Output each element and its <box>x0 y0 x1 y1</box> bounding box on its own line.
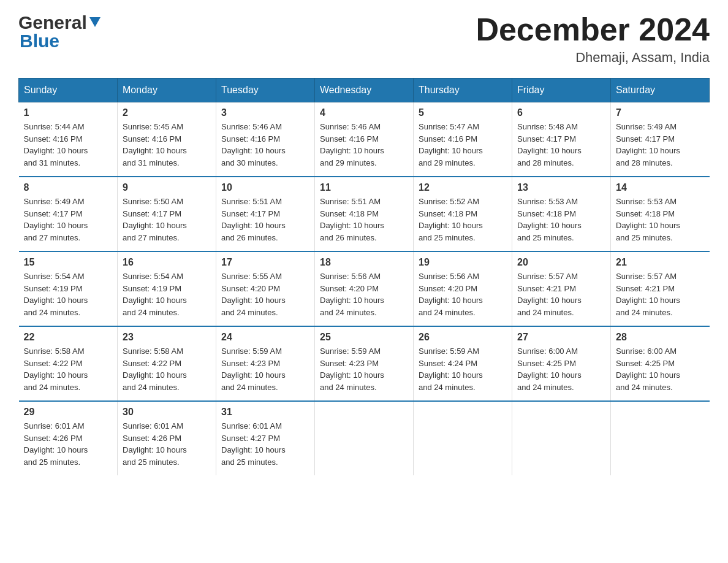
day-info: Sunrise: 5:44 AM Sunset: 4:16 PM Dayligh… <box>24 121 113 169</box>
table-row: 13 Sunrise: 5:53 AM Sunset: 4:18 PM Dayl… <box>512 177 611 251</box>
day-info: Sunrise: 5:54 AM Sunset: 4:19 PM Dayligh… <box>123 270 211 318</box>
day-number: 18 <box>320 257 408 268</box>
day-number: 29 <box>24 407 113 418</box>
day-number: 13 <box>517 182 605 193</box>
table-row: 3 Sunrise: 5:46 AM Sunset: 4:16 PM Dayli… <box>216 102 315 177</box>
svg-marker-0 <box>89 17 100 27</box>
day-info: Sunrise: 5:59 AM Sunset: 4:23 PM Dayligh… <box>221 345 309 393</box>
table-row: 28 Sunrise: 6:00 AM Sunset: 4:25 PM Dayl… <box>611 326 710 401</box>
table-row: 15 Sunrise: 5:54 AM Sunset: 4:19 PM Dayl… <box>19 251 118 326</box>
day-info: Sunrise: 5:45 AM Sunset: 4:16 PM Dayligh… <box>123 121 211 169</box>
calendar-body: 1 Sunrise: 5:44 AM Sunset: 4:16 PM Dayli… <box>19 102 710 476</box>
table-row: 5 Sunrise: 5:47 AM Sunset: 4:16 PM Dayli… <box>414 102 512 177</box>
day-info: Sunrise: 5:48 AM Sunset: 4:17 PM Dayligh… <box>517 121 605 169</box>
table-row: 6 Sunrise: 5:48 AM Sunset: 4:17 PM Dayli… <box>512 102 611 177</box>
day-info: Sunrise: 6:00 AM Sunset: 4:25 PM Dayligh… <box>517 345 605 393</box>
table-row: 9 Sunrise: 5:50 AM Sunset: 4:17 PM Dayli… <box>118 177 216 251</box>
day-info: Sunrise: 5:53 AM Sunset: 4:18 PM Dayligh… <box>517 196 605 243</box>
day-info: Sunrise: 5:52 AM Sunset: 4:18 PM Dayligh… <box>419 196 507 243</box>
day-info: Sunrise: 5:49 AM Sunset: 4:17 PM Dayligh… <box>616 121 705 169</box>
table-row <box>414 401 512 475</box>
day-info: Sunrise: 6:01 AM Sunset: 4:27 PM Dayligh… <box>221 420 309 468</box>
day-info: Sunrise: 5:46 AM Sunset: 4:16 PM Dayligh… <box>221 121 309 169</box>
day-number: 6 <box>517 107 605 118</box>
day-number: 15 <box>24 257 113 268</box>
day-number: 1 <box>24 107 113 118</box>
day-info: Sunrise: 5:59 AM Sunset: 4:24 PM Dayligh… <box>419 345 507 393</box>
day-info: Sunrise: 5:55 AM Sunset: 4:20 PM Dayligh… <box>221 270 309 318</box>
logo: General Blue <box>18 12 102 52</box>
table-row: 31 Sunrise: 6:01 AM Sunset: 4:27 PM Dayl… <box>216 401 315 475</box>
day-number: 12 <box>419 182 507 193</box>
header-sunday: Sunday <box>19 79 118 102</box>
table-row: 14 Sunrise: 5:53 AM Sunset: 4:18 PM Dayl… <box>611 177 710 251</box>
day-number: 10 <box>221 182 309 193</box>
table-row: 11 Sunrise: 5:51 AM Sunset: 4:18 PM Dayl… <box>315 177 414 251</box>
logo-general-text: General <box>18 12 87 33</box>
day-info: Sunrise: 5:56 AM Sunset: 4:20 PM Dayligh… <box>320 270 408 318</box>
table-row <box>611 401 710 475</box>
location-text: Dhemaji, Assam, India <box>476 50 710 66</box>
day-number: 2 <box>123 107 211 118</box>
day-number: 21 <box>616 257 705 268</box>
day-info: Sunrise: 5:46 AM Sunset: 4:16 PM Dayligh… <box>320 121 408 169</box>
header-friday: Friday <box>512 79 611 102</box>
day-number: 23 <box>123 332 211 343</box>
header-wednesday: Wednesday <box>315 79 414 102</box>
day-info: Sunrise: 5:56 AM Sunset: 4:20 PM Dayligh… <box>419 270 507 318</box>
logo-triangle-icon <box>88 15 102 28</box>
logo-blue-text: Blue <box>20 31 59 52</box>
calendar-table: Sunday Monday Tuesday Wednesday Thursday… <box>18 78 710 475</box>
header-tuesday: Tuesday <box>216 79 315 102</box>
day-number: 20 <box>517 257 605 268</box>
day-number: 7 <box>616 107 705 118</box>
day-info: Sunrise: 5:57 AM Sunset: 4:21 PM Dayligh… <box>517 270 605 318</box>
day-number: 28 <box>616 332 705 343</box>
table-row: 22 Sunrise: 5:58 AM Sunset: 4:22 PM Dayl… <box>19 326 118 401</box>
table-row: 17 Sunrise: 5:55 AM Sunset: 4:20 PM Dayl… <box>216 251 315 326</box>
day-info: Sunrise: 5:53 AM Sunset: 4:18 PM Dayligh… <box>616 196 705 243</box>
table-row: 25 Sunrise: 5:59 AM Sunset: 4:23 PM Dayl… <box>315 326 414 401</box>
day-number: 4 <box>320 107 408 118</box>
table-row <box>315 401 414 475</box>
header-saturday: Saturday <box>611 79 710 102</box>
day-number: 16 <box>123 257 211 268</box>
day-info: Sunrise: 5:58 AM Sunset: 4:22 PM Dayligh… <box>123 345 211 393</box>
day-info: Sunrise: 6:01 AM Sunset: 4:26 PM Dayligh… <box>24 420 113 468</box>
table-row: 18 Sunrise: 5:56 AM Sunset: 4:20 PM Dayl… <box>315 251 414 326</box>
day-info: Sunrise: 5:58 AM Sunset: 4:22 PM Dayligh… <box>24 345 113 393</box>
table-row: 2 Sunrise: 5:45 AM Sunset: 4:16 PM Dayli… <box>118 102 216 177</box>
day-info: Sunrise: 6:01 AM Sunset: 4:26 PM Dayligh… <box>123 420 211 468</box>
day-info: Sunrise: 5:51 AM Sunset: 4:17 PM Dayligh… <box>221 196 309 243</box>
day-number: 19 <box>419 257 507 268</box>
table-row: 1 Sunrise: 5:44 AM Sunset: 4:16 PM Dayli… <box>19 102 118 177</box>
day-number: 30 <box>123 407 211 418</box>
header-monday: Monday <box>118 79 216 102</box>
table-row: 7 Sunrise: 5:49 AM Sunset: 4:17 PM Dayli… <box>611 102 710 177</box>
day-number: 26 <box>419 332 507 343</box>
table-row: 27 Sunrise: 6:00 AM Sunset: 4:25 PM Dayl… <box>512 326 611 401</box>
day-number: 22 <box>24 332 113 343</box>
day-info: Sunrise: 5:59 AM Sunset: 4:23 PM Dayligh… <box>320 345 408 393</box>
table-row: 12 Sunrise: 5:52 AM Sunset: 4:18 PM Dayl… <box>414 177 512 251</box>
month-title: December 2024 <box>476 12 710 47</box>
table-row: 26 Sunrise: 5:59 AM Sunset: 4:24 PM Dayl… <box>414 326 512 401</box>
day-number: 27 <box>517 332 605 343</box>
table-row: 24 Sunrise: 5:59 AM Sunset: 4:23 PM Dayl… <box>216 326 315 401</box>
day-number: 8 <box>24 182 113 193</box>
day-number: 24 <box>221 332 309 343</box>
day-info: Sunrise: 5:57 AM Sunset: 4:21 PM Dayligh… <box>616 270 705 318</box>
day-number: 5 <box>419 107 507 118</box>
day-info: Sunrise: 5:47 AM Sunset: 4:16 PM Dayligh… <box>419 121 507 169</box>
table-row <box>512 401 611 475</box>
day-number: 14 <box>616 182 705 193</box>
page-header: General Blue December 2024 Dhemaji, Assa… <box>18 12 710 66</box>
title-block: December 2024 Dhemaji, Assam, India <box>476 12 710 66</box>
table-row: 29 Sunrise: 6:01 AM Sunset: 4:26 PM Dayl… <box>19 401 118 475</box>
day-number: 31 <box>221 407 309 418</box>
table-row: 4 Sunrise: 5:46 AM Sunset: 4:16 PM Dayli… <box>315 102 414 177</box>
day-info: Sunrise: 5:54 AM Sunset: 4:19 PM Dayligh… <box>24 270 113 318</box>
day-number: 25 <box>320 332 408 343</box>
table-row: 10 Sunrise: 5:51 AM Sunset: 4:17 PM Dayl… <box>216 177 315 251</box>
day-number: 3 <box>221 107 309 118</box>
